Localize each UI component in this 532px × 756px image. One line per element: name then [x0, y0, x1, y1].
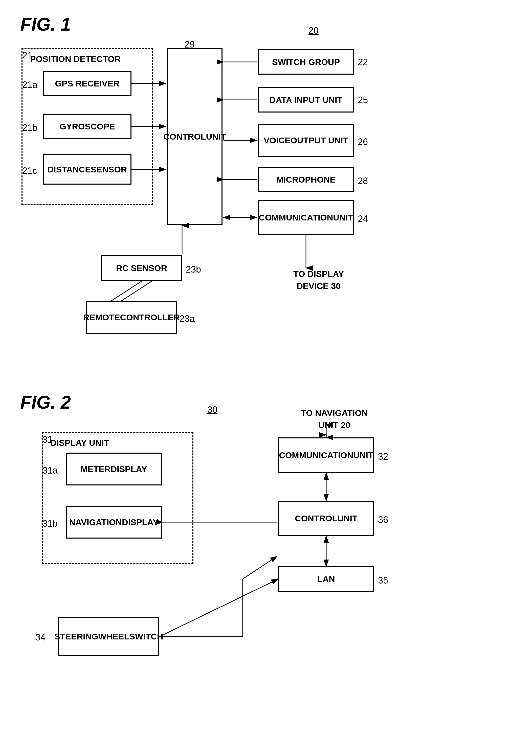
ref-29: 29 — [185, 39, 195, 50]
ref-26: 26 — [358, 137, 368, 147]
fig2-label: FIG. 2 — [20, 392, 71, 413]
ref-31: 31 — [42, 434, 53, 445]
lan-block: LAN — [278, 566, 374, 592]
navigation-display-block: NAVIGATIONDISPLAY — [66, 506, 162, 539]
microphone-block: MICROPHONE — [258, 167, 354, 192]
communication-unit-block-fig1: COMMUNICATIONUNIT — [258, 200, 354, 235]
voice-output-unit-block: VOICEOUTPUT UNIT — [258, 124, 354, 157]
ref-23a: 23a — [179, 313, 195, 324]
ref-34: 34 — [36, 632, 45, 643]
svg-line-16 — [121, 281, 152, 301]
to-display-device: TO DISPLAYDEVICE 30 — [293, 268, 344, 292]
meter-display-block: METERDISPLAY — [66, 453, 162, 485]
rc-sensor-block: RC SENSOR — [101, 256, 182, 281]
remote-controller-block: REMOTECONTROLLER — [86, 301, 177, 334]
data-input-unit-block: DATA INPUT UNIT — [258, 87, 354, 113]
svg-line-29 — [159, 579, 278, 637]
svg-line-15 — [111, 281, 142, 301]
position-detector-label: POSITION DETECTOR — [30, 54, 120, 64]
control-unit-block-fig2: CONTROLUNIT — [278, 500, 374, 536]
ref-21c: 21c — [22, 166, 37, 176]
display-unit-box: DISPLAY UNIT — [42, 432, 194, 564]
gps-receiver-block: GPS RECEIVER — [43, 71, 131, 96]
ref-36: 36 — [378, 515, 388, 525]
ref-21: 21 — [22, 50, 32, 61]
to-navigation-unit: TO NAVIGATIONUNIT 20 — [301, 407, 368, 431]
ref-24: 24 — [358, 214, 368, 224]
svg-line-33 — [243, 556, 277, 579]
ref-25: 25 — [358, 95, 368, 105]
display-unit-label: DISPLAY UNIT — [50, 438, 109, 448]
svg-line-30 — [159, 579, 278, 637]
communication-unit-block-fig2: COMMUNICATIONUNIT — [278, 437, 374, 473]
ref-23b: 23b — [186, 264, 201, 275]
fig1-system-ref: 20 — [308, 25, 319, 36]
ref-22: 22 — [358, 57, 368, 68]
ref-35: 35 — [378, 575, 388, 586]
ref-32: 32 — [378, 451, 388, 462]
ref-31a: 31a — [42, 465, 58, 476]
ref-31b: 31b — [42, 518, 58, 529]
fig1-label: FIG. 1 — [20, 14, 71, 35]
steering-wheel-switch-block: STEERINGWHEELSWITCH — [58, 617, 159, 656]
page: FIG. 1 20 POSITION DETECTOR 21 GPS RECEI… — [0, 0, 532, 756]
fig2-system-ref: 30 — [207, 405, 218, 415]
switch-group-block: SWITCH GROUP — [258, 49, 354, 75]
distance-sensor-block: DISTANCESENSOR — [43, 154, 131, 185]
ref-28: 28 — [358, 176, 368, 186]
gyroscope-block: GYROSCOPE — [43, 114, 131, 139]
ref-21b: 21b — [22, 122, 38, 133]
control-unit-block-fig1: CONTROLUNIT — [167, 48, 223, 225]
ref-21a: 21a — [22, 80, 38, 90]
